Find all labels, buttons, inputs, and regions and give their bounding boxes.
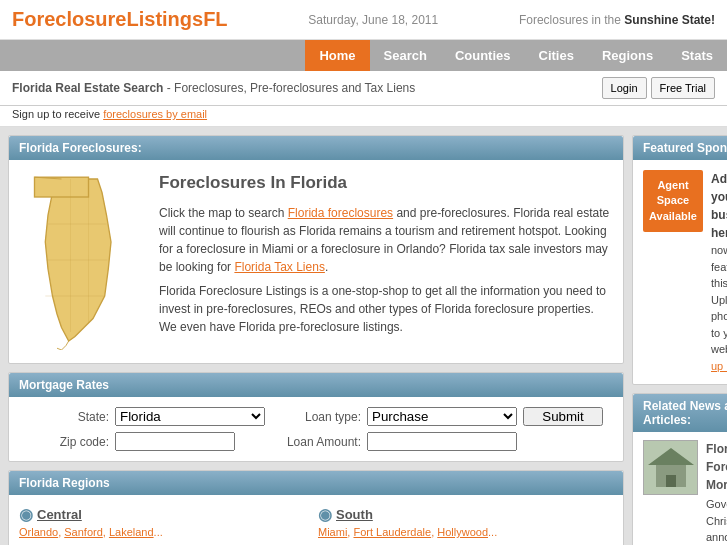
region-central: ◉ Central Orlando, Sanford, Lakeland... <box>19 505 314 538</box>
fl-map[interactable] <box>19 170 149 353</box>
shield-icon-central: ◉ <box>19 505 33 524</box>
fl-regions-section: Florida Regions ◉ Central Orlando, Sanfo… <box>8 470 624 545</box>
loanamount-input[interactable] <box>367 432 517 451</box>
email-signup-link[interactable]: foreclosures by email <box>103 108 207 120</box>
freetrial-button[interactable]: Free Trial <box>651 77 715 99</box>
nav-home[interactable]: Home <box>305 40 369 71</box>
related-news-section: Related News and Articles: Florida Forec… <box>632 393 727 545</box>
news-item-moratorium: Florida Foreclosure Moratorium Governor … <box>633 432 727 545</box>
fl-foreclosures-section: Florida Foreclosures: <box>8 135 624 364</box>
region-south: ◉ South Miami, Fort Lauderdale, Hollywoo… <box>318 505 613 538</box>
right-column: Featured Sponsors: Agent Space Available… <box>632 135 727 545</box>
related-news-header: Related News and Articles: <box>633 394 727 432</box>
top-date: Saturday, June 18, 2011 <box>308 13 438 27</box>
region-central-cities: Orlando, Sanford, Lakeland... <box>19 526 314 538</box>
fl-foreclosures-link1[interactable]: Florida foreclosures <box>288 206 393 220</box>
featured-sponsors-header: Featured Sponsors: <box>633 136 727 160</box>
mortgage-submit-button[interactable]: Submit <box>523 407 603 426</box>
fl-foreclosures-header: Florida Foreclosures: <box>9 136 623 160</box>
news-moratorium-title: Florida Foreclosure Moratorium <box>706 440 727 494</box>
mortgage-rates-section: Mortgage Rates State: Florida Alabama Ge… <box>8 372 624 462</box>
fl-foreclosures-content: Foreclosures In Florida Click the map to… <box>9 160 623 363</box>
florida-map-svg[interactable] <box>19 170 149 350</box>
nav-search[interactable]: Search <box>370 40 441 71</box>
zipcode-input[interactable] <box>115 432 235 451</box>
news-thumb-house <box>643 440 698 495</box>
ftlaud-link[interactable]: Fort Lauderdale <box>353 526 431 538</box>
state-label: State: <box>29 410 109 424</box>
sub-header: Florida Real Estate Search - Foreclosure… <box>0 71 727 106</box>
fl-foreclosures-heading: Foreclosures In Florida <box>159 170 613 196</box>
sponsor-text: Advertise your business here! Signup now… <box>711 170 727 374</box>
region-south-link[interactable]: South <box>336 507 373 522</box>
svg-rect-10 <box>666 475 676 487</box>
fl-foreclosures-para1: Click the map to search Florida foreclos… <box>159 204 613 276</box>
fl-foreclosures-text: Foreclosures In Florida Click the map to… <box>159 170 613 353</box>
top-tagline: Foreclosures in the Sunshine State! <box>519 13 715 27</box>
mortgage-form: State: Florida Alabama Georgia Loan type… <box>9 397 623 461</box>
news-moratorium-content: Florida Foreclosure Moratorium Governor … <box>706 440 727 545</box>
nav-stats[interactable]: Stats <box>667 40 727 71</box>
orlando-link[interactable]: Orlando <box>19 526 58 538</box>
nav-counties[interactable]: Counties <box>441 40 525 71</box>
main-nav: Home Search Counties Cities Regions Stat… <box>0 40 727 71</box>
logo-accent: FL <box>203 8 227 30</box>
region-central-link[interactable]: Central <box>37 507 82 522</box>
fl-regions-content: ◉ Central Orlando, Sanford, Lakeland... … <box>9 495 623 545</box>
top-bar: ForeclosureListingsFL Saturday, June 18,… <box>0 0 727 40</box>
sponsors-content: Agent Space Available Advertise your bus… <box>633 160 727 384</box>
login-button[interactable]: Login <box>602 77 647 99</box>
hollywood-link[interactable]: Hollywood <box>437 526 488 538</box>
main-content: Florida Foreclosures: <box>0 127 727 545</box>
left-column: Florida Foreclosures: <box>8 135 624 545</box>
agent-badge: Agent Space Available <box>643 170 703 232</box>
loantype-label: Loan type: <box>271 410 361 424</box>
fl-foreclosures-para2: Florida Foreclosure Listings is a one-st… <box>159 282 613 336</box>
sub-header-text: Florida Real Estate Search - Foreclosure… <box>12 81 415 95</box>
nav-regions[interactable]: Regions <box>588 40 667 71</box>
logo-plain: ForeclosureListings <box>12 8 203 30</box>
zipcode-label: Zip code: <box>29 435 109 449</box>
logo: ForeclosureListingsFL <box>12 8 228 31</box>
auth-buttons: Login Free Trial <box>602 77 715 99</box>
fl-regions-header: Florida Regions <box>9 471 623 495</box>
region-south-cities: Miami, Fort Lauderdale, Hollywood... <box>318 526 613 538</box>
state-select[interactable]: Florida Alabama Georgia <box>115 407 265 426</box>
miami-link[interactable]: Miami <box>318 526 347 538</box>
svg-marker-8 <box>648 448 694 465</box>
house-svg <box>646 443 696 493</box>
featured-sponsors-section: Featured Sponsors: Agent Space Available… <box>632 135 727 385</box>
shield-icon-south: ◉ <box>318 505 332 524</box>
mortgage-rates-header: Mortgage Rates <box>9 373 623 397</box>
lakeland-link[interactable]: Lakeland <box>109 526 154 538</box>
loantype-select[interactable]: Purchase Refinance Home Equity <box>367 407 517 426</box>
nav-cities[interactable]: Cities <box>525 40 588 71</box>
email-signup: Sign up to receive foreclosures by email <box>0 106 727 127</box>
sanford-link[interactable]: Sanford <box>64 526 103 538</box>
fl-taxliens-link[interactable]: Florida Tax Liens <box>234 260 325 274</box>
svg-rect-1 <box>35 177 89 197</box>
loanamount-label: Loan Amount: <box>271 435 361 449</box>
